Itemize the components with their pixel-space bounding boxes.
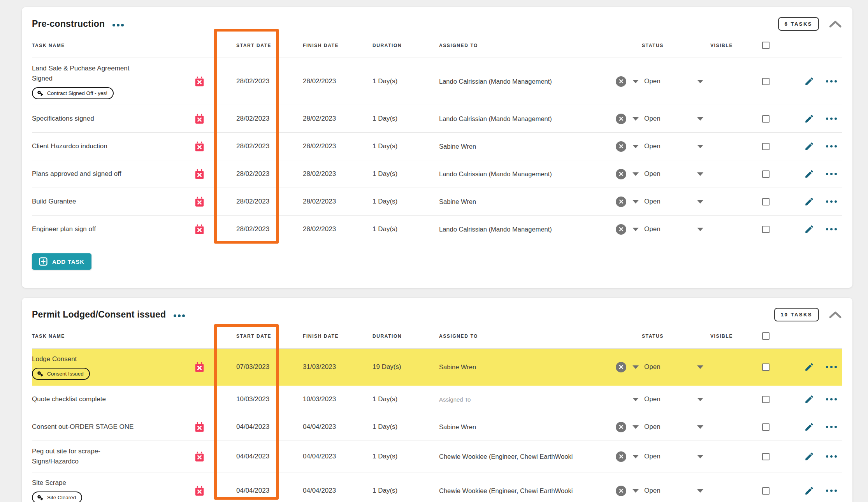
row-checkbox[interactable]: [762, 170, 770, 178]
edit-pencil-icon[interactable]: [804, 114, 814, 124]
finish-date-cell[interactable]: 04/04/2023: [303, 453, 373, 460]
assigned-to-value[interactable]: Chewie Wookiee (Engineer, Chewi EarthWoo…: [439, 453, 610, 460]
row-menu-icon[interactable]: [826, 366, 837, 369]
collapse-chevron-icon[interactable]: [828, 20, 842, 28]
edit-pencil-icon[interactable]: [804, 76, 814, 86]
finish-date-cell[interactable]: 28/02/2023: [303, 225, 373, 233]
row-menu-icon[interactable]: [826, 228, 837, 231]
assignee-dropdown-caret-icon[interactable]: [633, 425, 639, 429]
finish-date-cell[interactable]: 28/02/2023: [303, 170, 373, 178]
calendar-alert-icon[interactable]: [194, 224, 205, 235]
row-menu-icon[interactable]: [826, 398, 837, 401]
start-date-cell[interactable]: 10/03/2023: [236, 395, 303, 403]
clear-assignee-icon[interactable]: [616, 76, 626, 87]
add-task-button[interactable]: ADD TASK: [32, 253, 91, 270]
clear-assignee-icon[interactable]: [616, 422, 626, 432]
row-menu-icon[interactable]: [826, 455, 837, 458]
status-dropdown-caret-icon[interactable]: [697, 489, 703, 493]
start-date-cell[interactable]: 28/02/2023: [236, 142, 303, 150]
start-date-cell[interactable]: 28/02/2023: [236, 77, 303, 85]
edit-pencil-icon[interactable]: [804, 197, 814, 207]
select-all-checkbox[interactable]: [762, 332, 770, 340]
assigned-to-value[interactable]: Sabine Wren: [439, 198, 610, 205]
key-tag-badge[interactable]: Site Cleared: [32, 491, 82, 502]
row-menu-icon[interactable]: [826, 200, 837, 203]
assigned-to-value[interactable]: Assigned To: [439, 396, 626, 403]
assignee-dropdown-caret-icon[interactable]: [633, 117, 639, 121]
edit-pencil-icon[interactable]: [804, 224, 814, 234]
clear-assignee-icon[interactable]: [616, 169, 626, 179]
status-value[interactable]: Open: [644, 423, 661, 431]
clear-assignee-icon[interactable]: [616, 451, 626, 462]
status-value[interactable]: Open: [644, 115, 661, 123]
edit-pencil-icon[interactable]: [804, 486, 814, 496]
clear-assignee-icon[interactable]: [616, 114, 626, 124]
start-date-cell[interactable]: 04/04/2023: [236, 423, 303, 431]
calendar-alert-icon[interactable]: [194, 485, 205, 497]
calendar-alert-icon[interactable]: [194, 196, 205, 207]
finish-date-cell[interactable]: 04/04/2023: [303, 423, 373, 431]
clear-assignee-icon[interactable]: [616, 197, 626, 207]
row-menu-icon[interactable]: [826, 173, 837, 176]
edit-pencil-icon[interactable]: [804, 422, 814, 432]
status-value[interactable]: Open: [644, 170, 661, 178]
status-dropdown-caret-icon[interactable]: [697, 117, 703, 121]
assigned-to-value[interactable]: Sabine Wren: [439, 363, 610, 371]
assignee-dropdown-caret-icon[interactable]: [633, 489, 639, 493]
assigned-to-value[interactable]: Chewie Wookiee (Engineer, Chewi EarthWoo…: [439, 487, 610, 495]
row-checkbox[interactable]: [762, 423, 770, 431]
start-date-cell[interactable]: 28/02/2023: [236, 115, 303, 123]
assignee-dropdown-caret-icon[interactable]: [633, 200, 639, 204]
status-value[interactable]: Open: [644, 487, 661, 495]
assignee-dropdown-caret-icon[interactable]: [633, 172, 639, 176]
section-menu-icon[interactable]: [112, 24, 124, 26]
row-checkbox[interactable]: [762, 226, 770, 233]
calendar-alert-icon[interactable]: [194, 362, 205, 373]
status-value[interactable]: Open: [644, 225, 661, 233]
status-value[interactable]: Open: [644, 363, 661, 371]
start-date-cell[interactable]: 28/02/2023: [236, 198, 303, 205]
start-date-cell[interactable]: 07/03/2023: [236, 363, 303, 371]
row-checkbox[interactable]: [762, 115, 770, 123]
row-checkbox[interactable]: [762, 198, 770, 205]
assigned-to-value[interactable]: Lando Calrissian (Mando Management): [439, 170, 610, 178]
assignee-dropdown-caret-icon[interactable]: [633, 228, 639, 231]
status-dropdown-caret-icon[interactable]: [697, 228, 703, 231]
row-menu-icon[interactable]: [826, 145, 837, 148]
row-checkbox[interactable]: [762, 143, 770, 150]
select-all-checkbox[interactable]: [762, 42, 770, 49]
assigned-to-value[interactable]: Lando Calrissian (Mando Management): [439, 78, 610, 85]
row-checkbox[interactable]: [762, 396, 770, 403]
status-value[interactable]: Open: [644, 453, 661, 460]
assignee-dropdown-caret-icon[interactable]: [633, 455, 639, 458]
collapse-chevron-icon[interactable]: [828, 311, 842, 319]
status-dropdown-caret-icon[interactable]: [697, 398, 703, 401]
calendar-alert-icon[interactable]: [194, 113, 205, 125]
calendar-alert-icon[interactable]: [194, 76, 205, 87]
status-value[interactable]: Open: [644, 142, 661, 150]
assignee-dropdown-caret-icon[interactable]: [633, 145, 639, 148]
assigned-to-value[interactable]: Sabine Wren: [439, 423, 610, 431]
finish-date-cell[interactable]: 28/02/2023: [303, 77, 373, 85]
calendar-alert-icon[interactable]: [194, 169, 205, 180]
finish-date-cell[interactable]: 28/02/2023: [303, 142, 373, 150]
section-menu-icon[interactable]: [174, 314, 185, 317]
assigned-to-value[interactable]: Sabine Wren: [439, 143, 610, 150]
finish-date-cell[interactable]: 28/02/2023: [303, 115, 373, 123]
status-dropdown-caret-icon[interactable]: [697, 455, 703, 458]
finish-date-cell[interactable]: 28/02/2023: [303, 198, 373, 205]
assignee-dropdown-caret-icon[interactable]: [633, 365, 639, 369]
status-dropdown-caret-icon[interactable]: [697, 172, 703, 176]
assigned-to-value[interactable]: Lando Calrissian (Mando Management): [439, 115, 610, 123]
row-checkbox[interactable]: [762, 487, 770, 495]
status-dropdown-caret-icon[interactable]: [697, 425, 703, 429]
start-date-cell[interactable]: 04/04/2023: [236, 487, 303, 495]
finish-date-cell[interactable]: 10/03/2023: [303, 395, 373, 403]
row-menu-icon[interactable]: [826, 426, 837, 428]
clear-assignee-icon[interactable]: [616, 224, 626, 235]
finish-date-cell[interactable]: 31/03/2023: [303, 363, 373, 371]
key-tag-badge[interactable]: Contract Signed Off - yes!: [32, 87, 114, 99]
row-checkbox[interactable]: [762, 363, 770, 371]
row-checkbox[interactable]: [762, 453, 770, 460]
calendar-alert-icon[interactable]: [194, 141, 205, 152]
